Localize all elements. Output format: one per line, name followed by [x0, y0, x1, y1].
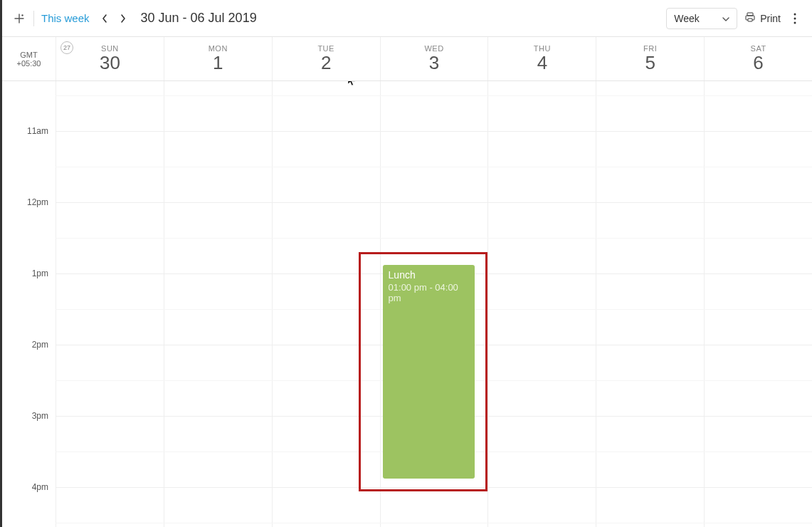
- svg-rect-1: [747, 13, 753, 16]
- day-number-label: 1: [213, 53, 223, 73]
- svg-point-5: [794, 17, 796, 19]
- hour-line: [56, 202, 812, 203]
- day-header-fri[interactable]: FRI5: [596, 37, 704, 80]
- print-icon: [744, 11, 756, 25]
- next-week-button[interactable]: [115, 11, 131, 26]
- timezone-offset: +05:30: [17, 59, 41, 68]
- half-hour-line: [56, 238, 812, 239]
- grid-cells[interactable]: Lunch01:00 pm - 04:00 pm: [56, 81, 812, 527]
- date-range-label: 30 Jun - 06 Jul 2019: [141, 11, 257, 26]
- hour-line: [56, 487, 812, 488]
- toolbar: This week 30 Jun - 06 Jul 2019 Week Prin…: [2, 0, 812, 37]
- view-select[interactable]: Week: [666, 8, 737, 29]
- grid-day-col[interactable]: [704, 81, 812, 527]
- event-time: 01:00 pm - 04:00 pm: [389, 282, 470, 303]
- time-label: 3pm: [32, 411, 48, 421]
- chevron-down-icon: [722, 13, 729, 24]
- print-button[interactable]: Print: [744, 11, 781, 25]
- time-label: 11am: [27, 126, 48, 136]
- time-label: 1pm: [32, 268, 48, 278]
- print-label: Print: [760, 13, 781, 24]
- grid-day-col[interactable]: [56, 81, 164, 527]
- add-event-button[interactable]: [12, 11, 26, 26]
- day-number-label: 6: [753, 53, 763, 73]
- time-label: 2pm: [32, 340, 48, 350]
- svg-point-4: [794, 13, 796, 15]
- day-header-wed[interactable]: WED3: [380, 37, 488, 80]
- hour-line: [56, 131, 812, 132]
- prev-week-button[interactable]: [97, 11, 112, 26]
- calendar-grid[interactable]: 11am12pm1pm2pm3pm4pm Lunch01:00 pm - 04:…: [2, 81, 812, 527]
- timezone-label: GMT: [20, 51, 37, 59]
- grid-day-col[interactable]: [596, 81, 704, 527]
- calendar-event[interactable]: Lunch01:00 pm - 04:00 pm: [383, 265, 475, 479]
- day-number-label: 4: [537, 53, 547, 73]
- day-header-sat[interactable]: SAT6: [704, 37, 812, 80]
- time-label: 4pm: [32, 482, 48, 492]
- grid-day-col[interactable]: [164, 81, 272, 527]
- separator: [33, 11, 34, 26]
- day-header-thu[interactable]: THU4: [487, 37, 596, 80]
- grid-day-col[interactable]: [487, 81, 596, 527]
- svg-rect-3: [748, 19, 752, 21]
- day-number-label: 30: [100, 53, 120, 73]
- view-select-label: Week: [674, 13, 700, 24]
- day-header-sun[interactable]: 27SUN30: [56, 37, 164, 80]
- svg-point-6: [794, 21, 796, 24]
- svg-point-0: [21, 14, 23, 16]
- time-label: 12pm: [27, 197, 48, 207]
- day-header-tue[interactable]: TUE2: [272, 37, 380, 80]
- half-hour-line: [56, 95, 812, 96]
- more-menu-button[interactable]: [788, 13, 802, 24]
- time-gutter: 11am12pm1pm2pm3pm4pm: [2, 81, 56, 527]
- day-number-label: 2: [321, 53, 331, 73]
- half-hour-line: [56, 523, 812, 523]
- event-title: Lunch: [389, 269, 470, 281]
- week-number-badge: 27: [60, 41, 73, 54]
- grid-day-col[interactable]: [272, 81, 380, 527]
- day-number-label: 5: [645, 53, 655, 73]
- nav-arrows: [97, 11, 131, 26]
- day-header-mon[interactable]: MON1: [164, 37, 272, 80]
- day-header-row: GMT +05:30 27SUN30MON1TUE2WED3THU4FRI5SA…: [2, 37, 812, 81]
- half-hour-line: [56, 167, 812, 167]
- day-number-label: 3: [429, 53, 439, 73]
- timezone-cell: GMT +05:30: [2, 37, 56, 80]
- this-week-link[interactable]: This week: [41, 12, 90, 24]
